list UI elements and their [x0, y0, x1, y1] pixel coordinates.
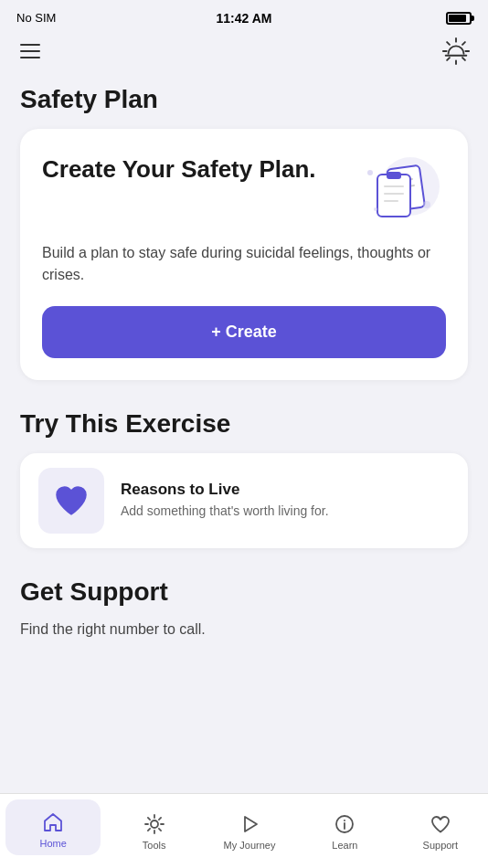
svg-point-20	[423, 201, 430, 208]
tools-icon	[143, 812, 166, 836]
svg-line-4	[447, 42, 450, 45]
create-button[interactable]: + Create	[42, 306, 446, 358]
svg-line-30	[148, 828, 150, 830]
nav-item-my-journey[interactable]: My Journey	[202, 794, 297, 861]
support-title: Get Support	[20, 577, 468, 607]
safety-plan-title: Safety Plan	[20, 85, 468, 114]
exercise-card-desc: Add something that's worth living for.	[121, 503, 329, 521]
svg-point-34	[344, 820, 345, 821]
exercise-card[interactable]: Reasons to Live Add something that's wor…	[20, 453, 468, 548]
exercise-section: Try This Exercise Reasons to Live Add so…	[20, 409, 468, 548]
svg-rect-18	[387, 172, 401, 179]
nav-label-tools: Tools	[143, 840, 166, 851]
battery-icon	[446, 12, 472, 25]
nav-item-tools[interactable]: Tools	[106, 794, 201, 861]
top-nav	[0, 28, 488, 78]
nav-label-my-journey: My Journey	[224, 840, 276, 851]
documents-icon	[357, 154, 444, 228]
svg-point-19	[367, 170, 373, 175]
exercise-card-title: Reasons to Live	[121, 481, 329, 499]
svg-line-5	[462, 58, 465, 60]
documents-icon-area	[355, 154, 446, 228]
support-icon	[429, 812, 452, 836]
nav-item-learn[interactable]: Learn	[297, 794, 392, 861]
sun-icon	[441, 37, 471, 66]
exercise-title: Try This Exercise	[20, 409, 468, 439]
svg-point-22	[151, 820, 158, 828]
hamburger-icon	[20, 50, 40, 52]
svg-line-28	[159, 828, 161, 830]
svg-line-6	[462, 42, 465, 45]
main-content: Safety Plan Create Your Safety Plan.	[0, 78, 488, 729]
clock: 11:42 AM	[217, 11, 272, 26]
support-description: Find the right number to call.	[20, 621, 468, 638]
svg-point-21	[374, 207, 377, 211]
svg-marker-31	[245, 817, 257, 831]
nav-item-home[interactable]: Home	[5, 799, 101, 855]
support-section: Get Support Find the right number to cal…	[20, 577, 468, 638]
sun-settings-button[interactable]	[440, 36, 472, 67]
heart-icon	[51, 481, 91, 521]
hamburger-icon	[20, 57, 40, 58]
svg-line-29	[159, 817, 161, 819]
carrier-text: No SIM	[16, 11, 56, 25]
card-description: Build a plan to stay safe during suicida…	[42, 242, 446, 286]
bottom-nav: Home Tools My Jo	[0, 793, 488, 868]
menu-button[interactable]	[16, 40, 44, 62]
nav-label-home: Home	[40, 838, 67, 849]
svg-line-7	[447, 58, 450, 60]
home-icon	[41, 810, 65, 834]
exercise-info: Reasons to Live Add something that's wor…	[121, 481, 329, 521]
hamburger-icon	[20, 44, 40, 46]
status-bar: No SIM 11:42 AM	[0, 0, 488, 28]
svg-rect-14	[377, 175, 410, 217]
card-top: Create Your Safety Plan.	[42, 154, 446, 228]
battery-area	[446, 12, 472, 25]
nav-label-support: Support	[423, 840, 459, 851]
safety-plan-card: Create Your Safety Plan.	[20, 129, 468, 380]
nav-item-support[interactable]: Support	[393, 794, 488, 861]
nav-label-learn: Learn	[332, 840, 357, 851]
card-heading: Create Your Safety Plan.	[42, 154, 355, 185]
exercise-icon-wrap	[38, 468, 104, 534]
my-journey-icon	[238, 812, 261, 836]
learn-icon	[333, 812, 356, 836]
svg-line-27	[148, 817, 150, 819]
